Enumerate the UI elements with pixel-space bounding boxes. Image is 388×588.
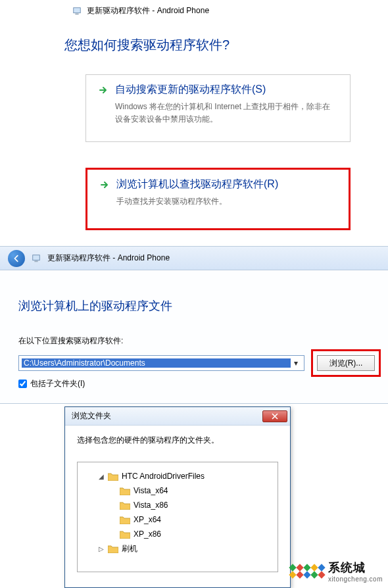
device-icon — [32, 254, 41, 263]
dialog-title: 浏览文件夹 — [72, 410, 111, 422]
path-value: C:\Users\Administrator\Documents — [22, 358, 291, 368]
folder-icon — [120, 487, 130, 495]
watermark-name: 系统城 — [328, 560, 383, 576]
option-auto-search[interactable]: 自动搜索更新的驱动程序软件(S) Windows 将在您的计算机和 Intern… — [85, 74, 351, 142]
tree-node-child[interactable]: XP_x86 — [120, 527, 272, 541]
collapse-icon[interactable]: ◢ — [97, 473, 105, 480]
browse-page-title: 浏览计算机上的驱动程序文件 — [18, 298, 172, 314]
svg-rect-2 — [33, 255, 40, 260]
option-browse-computer[interactable]: 浏览计算机以查找驱动程序软件(R) 手动查找并安装驱动程序软件。 — [85, 168, 351, 230]
include-subfolders-checkbox[interactable] — [18, 380, 27, 388]
tree-node-root[interactable]: ◢ HTC AndroidDriverFiles — [97, 469, 272, 483]
option-browse-title: 浏览计算机以查找驱动程序软件(R) — [116, 178, 278, 191]
folder-icon — [120, 516, 130, 524]
tree-node-label: Vista_x86 — [133, 501, 168, 510]
browse-folder-dialog: 浏览文件夹 选择包含您的硬件的驱动程序的文件夹。 ◢ HTC AndroidDr… — [64, 406, 291, 588]
tree-node-label: 刷机 — [122, 543, 137, 554]
watermark-logo-icon — [290, 565, 324, 577]
wizard-question: 您想如何搜索驱动程序软件? — [64, 36, 230, 54]
watermark: 系统城 xitongcheng.com — [290, 560, 383, 583]
close-icon — [272, 413, 278, 420]
tree-node-sibling[interactable]: ▷ 刷机 — [97, 541, 272, 556]
arrow-right-icon — [98, 85, 109, 95]
tree-node-label: Vista_x64 — [133, 486, 168, 495]
dropdown-icon[interactable]: ▾ — [291, 358, 301, 368]
tree-node-child[interactable]: XP_x64 — [120, 512, 272, 527]
browse-page-header: 更新驱动程序软件 - Android Phone — [47, 253, 170, 264]
folder-tree[interactable]: ◢ HTC AndroidDriverFiles Vista_x64 Vista… — [77, 462, 278, 572]
include-subfolders-option[interactable]: 包括子文件夹(I) — [18, 378, 85, 389]
svg-rect-0 — [74, 7, 81, 12]
folder-icon — [108, 545, 118, 553]
option-auto-title: 自动搜索更新的驱动程序软件(S) — [115, 83, 266, 97]
watermark-url: xitongcheng.com — [328, 576, 383, 583]
search-location-label: 在以下位置搜索驱动程序软件: — [18, 335, 123, 347]
back-button[interactable] — [8, 250, 25, 267]
browse-button[interactable]: 浏览(R)... — [317, 355, 375, 371]
tree-node-child[interactable]: Vista_x86 — [120, 498, 272, 512]
option-browse-desc: 手动查找并安装驱动程序软件。 — [116, 195, 337, 208]
folder-icon — [108, 472, 118, 481]
arrow-left-icon — [12, 254, 21, 263]
device-icon — [72, 7, 82, 16]
svg-rect-3 — [34, 260, 37, 262]
tree-node-label: XP_x64 — [133, 515, 161, 524]
wizard-header: 更新驱动程序软件 - Android Phone — [87, 5, 209, 16]
path-combobox[interactable]: C:\Users\Administrator\Documents ▾ — [18, 355, 304, 371]
expand-icon[interactable]: ▷ — [97, 545, 105, 552]
include-subfolders-label: 包括子文件夹(I) — [30, 378, 85, 389]
tree-node-label: HTC AndroidDriverFiles — [122, 472, 205, 481]
folder-icon — [120, 501, 130, 510]
svg-rect-1 — [75, 13, 78, 14]
dialog-message: 选择包含您的硬件的驱动程序的文件夹。 — [65, 426, 290, 455]
tree-node-child[interactable]: Vista_x64 — [120, 483, 272, 498]
arrow-right-icon — [99, 180, 110, 190]
option-auto-desc: Windows 将在您的计算机和 Internet 上查找用于相件，除非在设备安… — [115, 101, 338, 125]
tree-node-label: XP_x86 — [133, 529, 161, 539]
close-button[interactable] — [262, 410, 287, 422]
folder-icon — [120, 530, 130, 539]
